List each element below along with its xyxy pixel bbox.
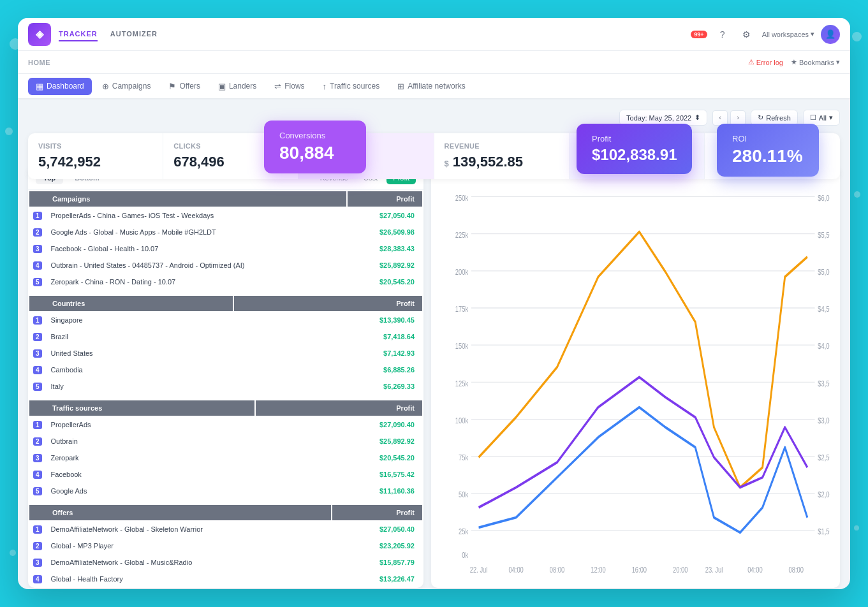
table-row[interactable]: 4 Facebook $16,575.42 xyxy=(29,467,422,482)
row-name: Singapore xyxy=(47,312,233,328)
subnav-affiliate-networks[interactable]: ⊞ Affiliate networks xyxy=(390,78,473,95)
row-num-badge: 4 xyxy=(33,575,42,583)
row-profit: $7,418.64 xyxy=(234,329,422,344)
row-number: 3 xyxy=(29,555,46,570)
table-row[interactable]: 5 Zeropark - China - RON - Dating - 10.0… xyxy=(29,274,422,289)
subnav-dashboard[interactable]: ▦ Dashboard xyxy=(28,78,92,95)
table-row[interactable]: 1 Singapore $13,390.45 xyxy=(29,312,422,328)
table-row[interactable]: 2 Brazil $7,418.64 xyxy=(29,329,422,344)
row-number: 4 xyxy=(29,258,46,273)
table-row[interactable]: 5 Italy $6,269.33 xyxy=(29,379,422,394)
error-icon: ⚠ xyxy=(748,58,754,66)
svg-text:04:00: 04:00 xyxy=(747,566,762,574)
row-name: Zeropark xyxy=(47,450,255,465)
subnav-offers[interactable]: ⚑ Offers xyxy=(161,78,207,95)
table-row[interactable]: 4 Global - Health Factory $13,226.47 xyxy=(29,571,422,587)
svg-text:22. Jul: 22. Jul xyxy=(470,566,488,574)
topbar: ◈ TRACKER AUTOMIZER 99+ ? ⚙ All workspac… xyxy=(18,18,850,51)
row-profit: $13,226.47 xyxy=(332,571,422,587)
traffic-profit-header: Profit xyxy=(256,400,422,416)
next-date-button[interactable]: › xyxy=(730,110,746,126)
row-num-badge: 3 xyxy=(33,245,42,253)
row-name: Google Ads - Global - Music Apps - Mobil… xyxy=(47,224,346,240)
main-content: Today: May 25, 2022 ⬍ ‹ › ↻ Refresh ☐ Al… xyxy=(18,99,850,589)
tables-scroll[interactable]: Campaigns Profit 1 PropellerAds - China … xyxy=(28,190,423,588)
row-num-badge: 2 xyxy=(33,333,42,341)
subnav-dashboard-label: Dashboard xyxy=(47,82,84,91)
table-row[interactable]: 1 DemoAffiliateNetwork - Global - Skelet… xyxy=(29,522,422,537)
svg-text:$1,500.00: $1,500.00 xyxy=(818,527,830,536)
bookmarks-link[interactable]: ★ Bookmarks ▾ xyxy=(791,58,840,66)
svg-text:75k: 75k xyxy=(459,453,468,462)
table-row[interactable]: 1 PropellerAds - China - Games- iOS Test… xyxy=(29,208,422,223)
app-logo[interactable]: ◈ xyxy=(28,23,51,46)
row-num-badge: 3 xyxy=(33,559,42,567)
svg-text:$4,000.00: $4,000.00 xyxy=(818,342,830,351)
table-row[interactable]: 5 Google Ads $11,160.36 xyxy=(29,483,422,499)
row-number: 3 xyxy=(29,450,46,465)
subnav-landers[interactable]: ▣ Landers xyxy=(210,78,264,95)
all-chevron-icon: ▾ xyxy=(829,113,833,122)
notification-badge[interactable]: 99+ xyxy=(691,31,707,38)
nav-tracker[interactable]: TRACKER xyxy=(59,27,98,41)
table-row[interactable]: 3 United States $7,142.93 xyxy=(29,346,422,361)
row-number: 4 xyxy=(29,362,46,377)
table-row[interactable]: 2 Google Ads - Global - Music Apps - Mob… xyxy=(29,224,422,240)
avatar[interactable]: 👤 xyxy=(821,25,840,44)
svg-text:20:00: 20:00 xyxy=(673,566,688,574)
error-log-link[interactable]: ⚠ Error log xyxy=(748,58,783,66)
row-profit: $20,545.20 xyxy=(348,274,422,289)
workspace-selector[interactable]: All workspaces ▾ xyxy=(762,30,814,38)
date-navigation: ‹ › xyxy=(712,110,746,126)
campaigns-table: Campaigns Profit 1 PropellerAds - China … xyxy=(28,190,423,291)
table-row[interactable]: 1 PropellerAds $27,090.40 xyxy=(29,417,422,432)
campaigns-icon: ⊕ xyxy=(102,82,109,91)
row-number: 1 xyxy=(29,208,46,223)
workspace-label: All workspaces xyxy=(762,31,809,38)
table-row[interactable]: 4 Outbrain - United States - 04485737 - … xyxy=(29,258,422,273)
svg-text:0k: 0k xyxy=(462,550,468,559)
svg-text:$2,500.00: $2,500.00 xyxy=(818,453,830,462)
visits-label: Visits xyxy=(38,142,152,150)
tooltip-roi-value: 280.11% xyxy=(732,146,804,166)
row-profit: $28,383.43 xyxy=(348,241,422,256)
traffic-sources-table: Traffic sources Profit 1 PropellerAds $2… xyxy=(28,399,423,500)
table-row[interactable]: 2 Global - MP3 Player $23,205.92 xyxy=(29,538,422,553)
date-chevron-icon: ⬍ xyxy=(695,113,700,122)
countries-profit-header: Profit xyxy=(234,296,422,311)
stat-revenue: Revenue $ 139,552.85 xyxy=(434,133,570,179)
svg-text:$3,000.00: $3,000.00 xyxy=(818,416,830,425)
table-row[interactable]: 4 Cambodia $6,885.26 xyxy=(29,362,422,377)
date-label: Today: May 25, 2022 xyxy=(626,114,691,122)
row-name: PropellerAds - China - Games- iOS Test -… xyxy=(47,208,346,223)
row-name: Facebook xyxy=(47,467,255,482)
row-name: PropellerAds xyxy=(47,417,255,432)
subnav-campaigns[interactable]: ⊕ Campaigns xyxy=(94,78,159,95)
stat-visits: Visits 5,742,952 xyxy=(28,133,163,179)
row-num-badge: 2 xyxy=(33,542,42,550)
landers-icon: ▣ xyxy=(218,82,226,91)
svg-text:12:00: 12:00 xyxy=(591,566,605,574)
settings-button[interactable]: ⚙ xyxy=(738,26,756,43)
svg-text:23. Jul: 23. Jul xyxy=(705,566,723,574)
subnav-affiliate-label: Affiliate networks xyxy=(408,82,466,91)
nav-automizer[interactable]: AUTOMIZER xyxy=(110,27,158,41)
svg-text:25k: 25k xyxy=(459,527,468,536)
svg-text:$6,000.00: $6,000.00 xyxy=(818,193,830,202)
all-label: All xyxy=(819,114,827,122)
row-num-badge: 1 xyxy=(33,525,42,534)
subnav-campaigns-label: Campaigns xyxy=(112,82,151,91)
row-num-badge: 1 xyxy=(33,421,42,429)
help-button[interactable]: ? xyxy=(714,26,732,43)
table-row[interactable]: 2 Outbrain $25,892.92 xyxy=(29,434,422,449)
table-row[interactable]: 3 Zeropark $20,545.20 xyxy=(29,450,422,465)
svg-text:150k: 150k xyxy=(455,342,469,351)
table-row[interactable]: 3 Facebook - Global - Health - 10.07 $28… xyxy=(29,241,422,256)
row-name: Outbrain - United States - 04485737 - An… xyxy=(47,258,346,273)
table-row[interactable]: 3 DemoAffiliateNetwork - Global - Music&… xyxy=(29,555,422,570)
subnav-flows[interactable]: ⇌ Flows xyxy=(267,78,312,95)
prev-date-button[interactable]: ‹ xyxy=(712,110,728,126)
subnav-traffic-sources[interactable]: ↑ Traffic sources xyxy=(315,78,388,95)
offers-table: Offers Profit 1 DemoAffiliateNetwork - G… xyxy=(28,504,423,588)
countries-header: Countries xyxy=(29,296,233,311)
